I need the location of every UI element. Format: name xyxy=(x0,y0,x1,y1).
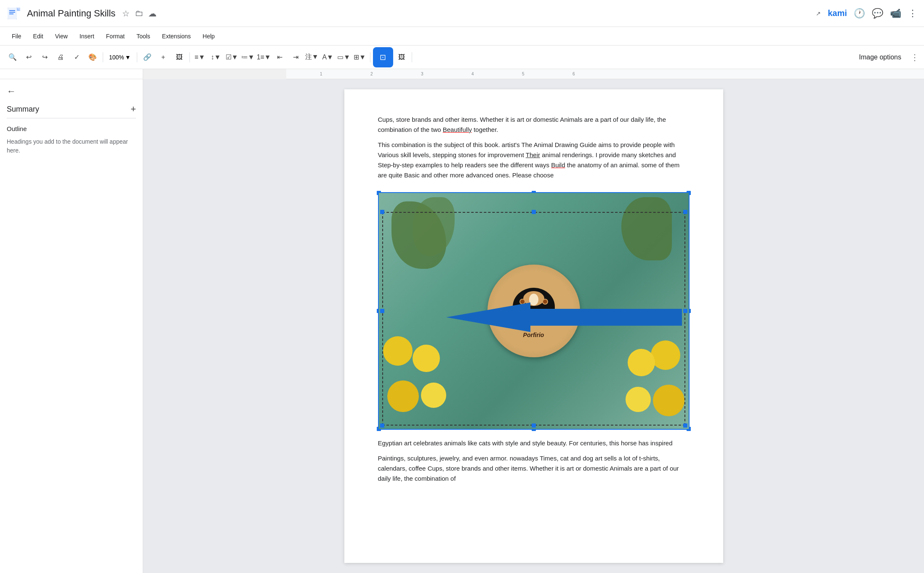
divider-1 xyxy=(103,52,103,62)
paragraph-3: Egyptian art celebrates animals like cat… xyxy=(378,438,690,448)
paragraph-1: Cups, store brands and other items. Whet… xyxy=(378,115,690,135)
sidebar: ← Summary + Outline Headings you add to … xyxy=(0,79,143,573)
crop-btn[interactable]: ⊡ xyxy=(373,47,393,67)
beautifully-word: Beautifully xyxy=(443,126,472,133)
menu-format[interactable]: Format xyxy=(101,31,130,41)
search-btn[interactable]: 🔍 xyxy=(5,50,20,65)
ruler-mark-5: 5 xyxy=(522,72,525,76)
paint-format-btn[interactable]: 🎨 xyxy=(85,50,100,65)
kami-logo[interactable]: kami xyxy=(828,8,847,18)
comments-icon[interactable]: 💬 xyxy=(872,8,883,19)
more-options-icon[interactable]: ⋮ xyxy=(911,52,919,62)
annotation-btn[interactable]: 注▼ xyxy=(304,50,320,65)
external-link-icon: ↗ xyxy=(816,10,821,17)
zoom-control[interactable]: 100% ▼ xyxy=(106,52,134,62)
sidebar-divider xyxy=(7,118,136,118)
link-btn[interactable]: 🔗 xyxy=(140,50,155,65)
flowers-left xyxy=(379,336,463,412)
svg-rect-4 xyxy=(9,13,13,14)
outline-title: Outline xyxy=(7,125,136,132)
crop-handle-tc[interactable] xyxy=(532,210,536,214)
insert-image-btn[interactable]: 🖼 xyxy=(172,50,187,65)
image-options-button[interactable]: Image options xyxy=(852,50,908,64)
svg-rect-2 xyxy=(9,10,15,11)
main-layout: ← Summary + Outline Headings you add to … xyxy=(0,79,924,573)
paragraph-2: This combination is the subject of this … xyxy=(378,140,690,180)
title-bar: Animal Painting Skills ☆ 🗀 ☁ ↗ kami 🕐 💬 … xyxy=(0,0,924,27)
plant-right xyxy=(621,197,672,260)
the-text: the xyxy=(657,116,666,123)
ruler-mark-4: 4 xyxy=(471,72,474,76)
flowers-right xyxy=(604,340,689,416)
ruler-sidebar-spacer xyxy=(0,69,143,79)
their-word: Their xyxy=(526,151,540,158)
grid-btn[interactable]: ⊞▼ xyxy=(352,50,367,65)
menu-view[interactable]: View xyxy=(50,31,73,41)
summary-title: Summary xyxy=(7,105,39,114)
menu-help[interactable]: Help xyxy=(197,31,220,41)
crop-handle-tr[interactable] xyxy=(683,210,687,214)
menu-extensions[interactable]: Extensions xyxy=(157,31,196,41)
folder-icon[interactable]: 🗀 xyxy=(135,8,143,18)
back-button[interactable]: ← xyxy=(7,86,136,97)
ruler-mark-1: 1 xyxy=(320,72,322,76)
kami-area: ↗ kami 🕐 💬 📹 ⋮ xyxy=(816,8,917,19)
zoom-value: 100% xyxy=(109,54,124,61)
video-icon[interactable]: 📹 xyxy=(890,8,901,19)
and-word: and xyxy=(570,455,581,462)
redo-btn[interactable]: ↪ xyxy=(37,50,52,65)
crop-handle-ml[interactable] xyxy=(380,309,384,313)
align-btn[interactable]: ≡▼ xyxy=(192,50,208,65)
build-word: Build xyxy=(551,161,565,169)
divider-5 xyxy=(412,52,412,62)
app-icon xyxy=(7,6,22,21)
print-btn[interactable]: 🖨 xyxy=(53,50,68,65)
checklist-btn[interactable]: ☑▼ xyxy=(224,50,240,65)
doc-page: Cups, store brands and other items. Whet… xyxy=(344,89,723,563)
menu-file[interactable]: File xyxy=(7,31,27,41)
paragraph-4: Paintings, sculptures, jewelry, and even… xyxy=(378,453,690,484)
ruler: 1 2 3 4 5 6 xyxy=(286,69,924,79)
svg-rect-3 xyxy=(9,12,15,13)
doc-title[interactable]: Animal Painting Skills xyxy=(27,8,115,19)
summary-header: Summary + xyxy=(7,104,136,115)
add-summary-button[interactable]: + xyxy=(130,104,136,115)
spellcheck-btn[interactable]: ✓ xyxy=(69,50,84,65)
plant-left-2 xyxy=(413,197,455,256)
more-vert-icon[interactable]: ⋮ xyxy=(908,8,917,19)
toolbar: 🔍 ↩ ↪ 🖨 ✓ 🎨 100% ▼ 🔗 + 🖼 ≡▼ ↕▼ ☑▼ ≔▼ 1≡▼… xyxy=(0,46,924,69)
zoom-dropdown-icon: ▼ xyxy=(125,54,131,61)
divider-3 xyxy=(189,52,190,62)
image-container[interactable]: Porfirio xyxy=(378,192,690,430)
bullets-btn[interactable]: ≔▼ xyxy=(240,50,256,65)
numbered-btn[interactable]: 1≡▼ xyxy=(256,50,272,65)
crop-handle-tl[interactable] xyxy=(380,210,384,214)
undo-btn[interactable]: ↩ xyxy=(21,50,36,65)
image-toolbar-btn[interactable]: 🖼 xyxy=(394,50,409,65)
doc-area[interactable]: Cups, store brands and other items. Whet… xyxy=(143,79,924,573)
highlight-btn[interactable]: A▼ xyxy=(320,50,336,65)
indent-right-btn[interactable]: ⇥ xyxy=(288,50,304,65)
menu-edit[interactable]: Edit xyxy=(28,31,48,41)
history-icon[interactable]: 🕐 xyxy=(854,8,865,19)
ruler-mark-2: 2 xyxy=(370,72,373,76)
add-comment-btn[interactable]: + xyxy=(156,50,171,65)
outline-hint: Headings you add to the document will ap… xyxy=(7,137,136,155)
crop-handle-bl[interactable] xyxy=(380,423,384,428)
doc-image: Porfirio xyxy=(379,193,689,429)
cloud-icon[interactable]: ☁ xyxy=(148,8,157,19)
ruler-mark-6: 6 xyxy=(573,72,575,76)
divider-2 xyxy=(137,52,137,62)
menu-bar: File Edit View Insert Format Tools Exten… xyxy=(0,27,924,46)
star-icon[interactable]: ☆ xyxy=(122,8,130,19)
border-btn[interactable]: ▭▼ xyxy=(336,50,351,65)
menu-tools[interactable]: Tools xyxy=(131,31,155,41)
menu-insert[interactable]: Insert xyxy=(75,31,99,41)
divider-4 xyxy=(370,52,370,62)
line-spacing-btn[interactable]: ↕▼ xyxy=(208,50,224,65)
crop-handle-bc[interactable] xyxy=(532,423,536,428)
indent-left-btn[interactable]: ⇤ xyxy=(272,50,288,65)
crop-handle-br[interactable] xyxy=(683,423,687,428)
crop-handle-mr[interactable] xyxy=(683,309,687,313)
dog-name: Porfirio xyxy=(523,332,544,338)
